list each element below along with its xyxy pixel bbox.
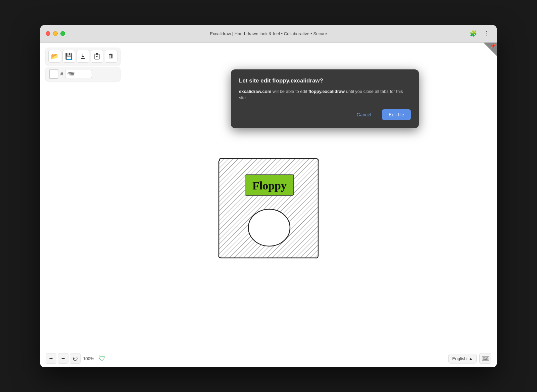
dialog-site-name: excalidraw.com: [239, 89, 271, 94]
mac-window: Excalidraw | Hand-drawn look & feel • Co…: [40, 25, 497, 367]
dialog-body-middle: will be able to edit: [271, 89, 308, 94]
minimize-button[interactable]: [53, 31, 58, 36]
window-title: Excalidraw | Hand-drawn look & feel • Co…: [210, 31, 327, 36]
traffic-lights: [46, 31, 65, 36]
cancel-button[interactable]: Cancel: [350, 109, 378, 120]
maximize-button[interactable]: [60, 31, 65, 36]
title-bar: Excalidraw | Hand-drawn look & feel • Co…: [40, 25, 497, 43]
dialog-overlay: Let site edit floppy.excalidraw? excalid…: [40, 43, 497, 367]
title-bar-actions: 🧩 ⋮: [469, 29, 491, 38]
dialog-filename: floppy.excalidraw: [308, 89, 345, 94]
menu-button[interactable]: ⋮: [482, 29, 491, 38]
dialog-actions: Cancel Edit file: [239, 109, 411, 120]
app-content: 📌 📂 💾 🗑: [40, 43, 497, 367]
permission-dialog: Let site edit floppy.excalidraw? excalid…: [231, 69, 419, 128]
dialog-title: Let site edit floppy.excalidraw?: [239, 77, 411, 84]
extensions-button[interactable]: 🧩: [469, 29, 478, 38]
edit-file-button[interactable]: Edit file: [382, 109, 411, 120]
dialog-body: excalidraw.com will be able to edit flop…: [239, 88, 411, 101]
close-button[interactable]: [46, 31, 50, 36]
